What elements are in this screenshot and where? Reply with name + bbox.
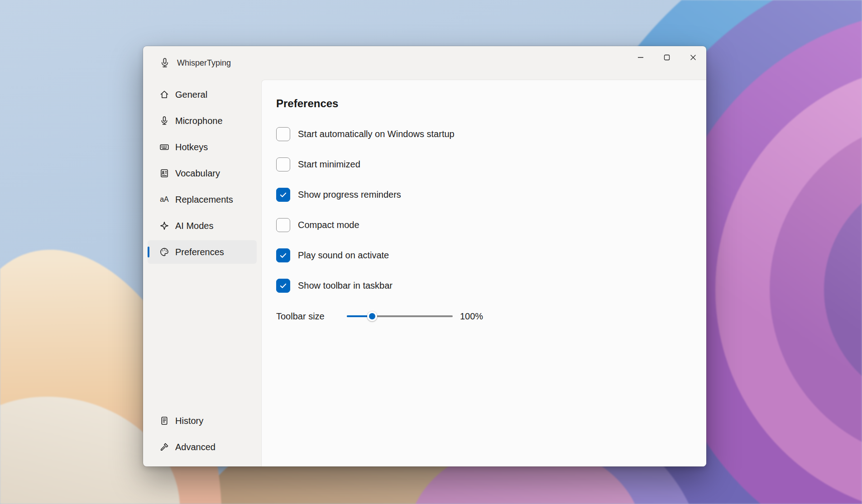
sidebar-spacer [143,265,261,408]
checkbox-label: Compact mode [298,220,359,230]
checkbox-label: Show toolbar in taskbar [298,281,393,291]
sidebar: General Microphone Hot [143,80,261,466]
toolbar-size-row: Toolbar size 100% [276,311,688,322]
slider-thumb[interactable] [367,311,377,321]
history-icon [159,416,169,426]
sidebar-item-advanced[interactable]: Advanced [148,435,257,459]
sidebar-item-history[interactable]: History [148,409,257,433]
checkbox-compact-mode[interactable] [276,218,290,232]
setting-row: Show progress reminders [276,180,688,210]
checkbox-label: Start minimized [298,159,360,170]
toolbar-size-slider[interactable] [347,311,453,322]
setting-row: Show toolbar in taskbar [276,271,688,301]
checkbox-show-progress-reminders[interactable] [276,188,290,202]
sidebar-item-label: Preferences [175,247,224,257]
text-replace-icon: aA [159,195,169,204]
sidebar-item-label: History [175,416,203,426]
sidebar-item-label: Microphone [175,116,223,126]
keyboard-icon [159,142,169,152]
checkbox-show-toolbar-in-taskbar[interactable] [276,279,290,293]
checkbox-label: Start automatically on Windows startup [298,129,455,139]
wrench-icon [159,442,169,452]
setting-row: Play sound on activate [276,240,688,271]
home-icon [159,90,169,100]
sidebar-item-label: General [175,90,207,100]
setting-row: Start minimized [276,149,688,180]
palette-icon [159,247,169,257]
checkmark-icon [279,190,287,199]
slider-value: 100% [460,311,483,322]
titlebar: WhisperTyping [143,46,706,80]
sidebar-item-microphone[interactable]: Microphone [148,109,257,133]
checkmark-icon [279,251,287,260]
close-button[interactable] [680,46,706,69]
sidebar-item-preferences[interactable]: Preferences [148,240,257,264]
app-title: WhisperTyping [177,58,231,68]
sidebar-item-replacements[interactable]: aA Replacements [148,188,257,211]
app-mic-icon [159,57,170,68]
setting-row: Start automatically on Windows startup [276,119,688,149]
checkbox-label: Show progress reminders [298,190,401,200]
checkbox-start-automatically[interactable] [276,127,290,141]
sidebar-item-label: Replacements [175,195,233,205]
sidebar-item-general[interactable]: General [148,83,257,106]
vocabulary-card-icon [159,168,169,178]
checkbox-start-minimized[interactable] [276,157,290,171]
minimize-button[interactable] [627,46,654,69]
sidebar-item-vocabulary[interactable]: Vocabulary [148,162,257,185]
whispertyping-window: WhisperTyping General [143,46,706,466]
checkmark-icon [279,281,287,290]
page-title: Preferences [276,97,688,110]
preferences-panel: Preferences Start automatically on Windo… [261,80,706,466]
maximize-button[interactable] [654,46,680,69]
sidebar-item-label: Advanced [175,442,216,452]
checkbox-play-sound-on-activate[interactable] [276,248,290,262]
sidebar-item-hotkeys[interactable]: Hotkeys [148,135,257,159]
slider-label: Toolbar size [276,311,347,322]
sidebar-item-label: AI Modes [175,221,213,231]
setting-row: Compact mode [276,210,688,240]
checkbox-label: Play sound on activate [298,250,389,261]
window-controls [627,46,706,69]
sidebar-item-label: Vocabulary [175,168,220,179]
microphone-icon [159,116,169,126]
sidebar-item-label: Hotkeys [175,142,208,152]
sidebar-item-ai-modes[interactable]: AI Modes [148,214,257,238]
sparkle-icon [159,221,169,231]
